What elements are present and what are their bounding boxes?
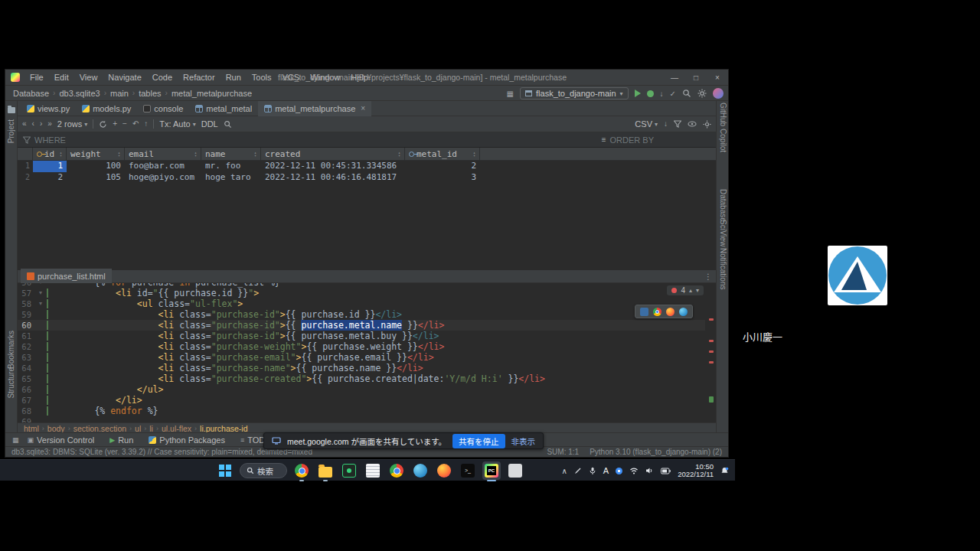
cell-metal_id[interactable]: 2	[405, 161, 480, 172]
more-icon[interactable]: ⋮	[704, 272, 712, 281]
screen-share-indicator-icon[interactable]	[616, 468, 622, 474]
cell-email[interactable]: hoge@piyo.com	[125, 172, 201, 184]
pycharm-taskbar-icon[interactable]	[482, 461, 501, 480]
revert-icon[interactable]: ↶	[132, 116, 139, 132]
notification-bell-icon[interactable]	[720, 467, 729, 475]
cell-id[interactable]: 2	[33, 172, 67, 184]
breadcrumb-tables[interactable]: tables	[139, 89, 161, 98]
debug-button[interactable]	[647, 90, 654, 97]
line-number[interactable]: 65	[18, 373, 31, 384]
cell-metal_id[interactable]: 3	[405, 172, 480, 184]
breadcrumb-html[interactable]: html	[24, 424, 39, 432]
view-options-eye-icon[interactable]	[688, 120, 697, 128]
search-everywhere-icon[interactable]	[682, 89, 691, 98]
cell-created[interactable]: 2022-12-11 00:46:16.481817	[261, 172, 405, 184]
cell-weight[interactable]: 105	[67, 172, 125, 184]
first-page-icon[interactable]: «	[22, 116, 27, 132]
next-page-icon[interactable]: ›	[40, 116, 42, 132]
start-button[interactable]	[216, 461, 234, 480]
fold-icon[interactable]: ▾	[31, 298, 50, 309]
table-row[interactable]: 22105hoge@piyo.comhoge taro2022-12-11 00…	[18, 172, 716, 184]
breadcrumb-ul.ul-flex[interactable]: ul.ul-flex	[162, 424, 191, 432]
reload-icon[interactable]	[99, 120, 107, 129]
line-number[interactable]: 58	[18, 298, 31, 309]
project-folder-icon[interactable]	[8, 107, 15, 113]
volume-icon[interactable]	[645, 467, 654, 474]
sidebar-item-database[interactable]: Database	[719, 189, 727, 222]
sort-icon[interactable]: ▴▾	[60, 151, 62, 157]
breadcrumb-li.purchase-id[interactable]: li.purchase-id	[200, 424, 247, 432]
code-line-66[interactable]: 66 </ul>	[18, 384, 705, 395]
tab-models.py[interactable]: models.py	[76, 101, 137, 116]
run-button[interactable]	[635, 90, 641, 97]
stop-sharing-button[interactable]: 共有を停止	[452, 434, 505, 448]
git-commit-icon[interactable]: ✓	[670, 90, 676, 98]
error-mark[interactable]	[709, 361, 714, 364]
next-error-icon[interactable]: ▾	[696, 287, 699, 294]
explorer-taskbar-icon[interactable]	[316, 461, 335, 480]
code-line-61[interactable]: 61 <li class="purchase-id">{{ purchase.m…	[18, 331, 705, 341]
hidden-icons-chevron[interactable]: ∧	[561, 467, 567, 475]
wifi-icon[interactable]	[629, 467, 639, 474]
cell-name[interactable]: mr. foo	[201, 161, 261, 172]
menu-run[interactable]: Run	[220, 70, 247, 86]
sort-icon[interactable]: ▴▾	[254, 151, 256, 157]
row-number[interactable]: 1	[18, 161, 33, 172]
user-avatar[interactable]	[713, 88, 724, 99]
menu-refactor[interactable]: Refactor	[178, 70, 220, 86]
sidebar-item-sciview[interactable]: SciView	[719, 220, 727, 246]
sort-icon[interactable]: ▴▾	[194, 151, 197, 157]
breadcrumb-metal_metalpurchase[interactable]: metal_metalpurchase	[172, 89, 252, 98]
tab-console[interactable]: console	[137, 101, 189, 116]
menu-navigate[interactable]: Navigate	[103, 70, 146, 86]
line-number[interactable]: 59	[18, 309, 31, 320]
minimize-button[interactable]: —	[664, 70, 685, 86]
grid-settings-gear-icon[interactable]	[703, 120, 711, 129]
cell-email[interactable]: foo@bar.com	[125, 161, 201, 172]
layout-icon[interactable]: ▦	[507, 90, 514, 98]
menu-view[interactable]: View	[74, 70, 103, 86]
column-header-id[interactable]: id▴▾	[33, 148, 67, 160]
taskbar-clock[interactable]: 10:50 2022/12/11	[678, 463, 714, 478]
chrome-taskbar-icon[interactable]	[292, 461, 311, 480]
tool-window-run[interactable]: ▶Run	[103, 433, 140, 447]
line-number[interactable]: 68	[18, 406, 31, 416]
column-header-weight[interactable]: weight▴▾	[67, 148, 125, 160]
edge-icon[interactable]	[679, 308, 688, 316]
inspections-widget[interactable]: 4 ▴ ▾	[667, 285, 704, 295]
terminal-taskbar-icon[interactable]	[459, 461, 477, 480]
code-line-68[interactable]: 68 {% endfor %}	[18, 406, 705, 416]
line-number[interactable]: 60	[18, 320, 31, 331]
tool-window-version-control[interactable]: ▣Version Control	[21, 433, 102, 447]
line-number[interactable]: 67	[18, 395, 31, 406]
line-number[interactable]: 62	[18, 341, 31, 352]
taskbar-search[interactable]: 検索	[240, 463, 287, 478]
built-in-preview-icon[interactable]	[640, 308, 648, 316]
menu-tools[interactable]: Tools	[247, 70, 277, 86]
export-data-icon[interactable]: ↓	[664, 116, 668, 132]
code-line-64[interactable]: 64 <li class="purchase-name">{{ purchase…	[18, 363, 705, 373]
ddl-button[interactable]: DDL	[201, 119, 218, 129]
tab-metal_metalpurchase[interactable]: metal_metalpurchase×	[258, 101, 371, 116]
vcs-mark[interactable]	[709, 396, 714, 403]
delete-row-icon[interactable]: −	[122, 116, 127, 132]
notes-taskbar-icon[interactable]	[364, 461, 382, 480]
transaction-mode-dropdown[interactable]: Tx: Auto ▾	[159, 119, 195, 129]
hide-button[interactable]: 非表示	[511, 435, 536, 447]
code-line-69[interactable]: 69	[18, 416, 705, 422]
settings-gear-icon[interactable]	[697, 89, 707, 98]
sort-icon[interactable]: ▴▾	[473, 151, 475, 157]
row-count-dropdown[interactable]: 2 rows ▾	[57, 119, 87, 129]
breadcrumb-body[interactable]: body	[47, 424, 65, 432]
previous-error-icon[interactable]: ▴	[689, 287, 692, 294]
line-number[interactable]: 69	[18, 416, 31, 422]
export-format-dropdown[interactable]: CSV ▾	[635, 119, 658, 129]
code-line-67[interactable]: 67 </li>	[18, 395, 705, 406]
last-page-icon[interactable]: »	[47, 116, 52, 132]
cell-name[interactable]: hoge taro	[201, 172, 261, 184]
tab-purchase-list-html[interactable]: purchase_list.html	[21, 269, 112, 284]
caret-position[interactable]: SUM: 1:1	[547, 448, 579, 456]
maximize-button[interactable]: □	[685, 70, 707, 86]
breadcrumb-main[interactable]: main	[110, 89, 129, 98]
sidebar-item-structure[interactable]: Structure	[7, 367, 15, 399]
